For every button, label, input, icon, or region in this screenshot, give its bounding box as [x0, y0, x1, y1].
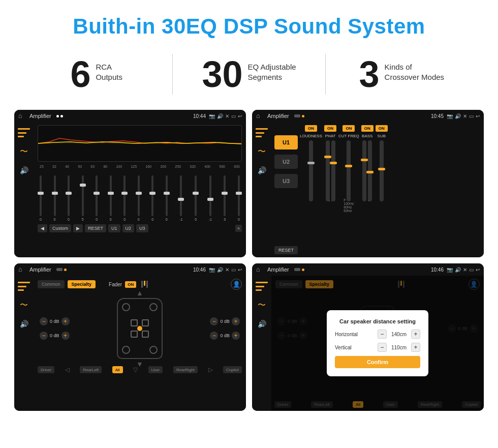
- fader-profile-icon[interactable]: 👤: [231, 279, 242, 290]
- fader-wave-icon[interactable]: 〜: [20, 300, 28, 311]
- eq-slider-11[interactable]: -1: [179, 170, 182, 221]
- eq-custom-btn[interactable]: Custom: [49, 224, 71, 232]
- amp-wave-icon[interactable]: 〜: [258, 146, 266, 157]
- db-plus-right-bottom[interactable]: +: [232, 332, 240, 340]
- fader-copilot-btn[interactable]: Copilot: [223, 366, 242, 373]
- dialog-vertical-minus[interactable]: −: [378, 343, 387, 352]
- eq-play-btn[interactable]: ▶: [73, 224, 83, 232]
- amp-phat-slider-g[interactable]: [326, 140, 330, 201]
- stat-number-eq: 30: [202, 56, 242, 93]
- db-minus-right-bottom[interactable]: −: [210, 332, 218, 340]
- db-minus-left-top[interactable]: −: [40, 317, 48, 325]
- eq-slider-4[interactable]: 5: [82, 170, 84, 221]
- db-minus-right-top[interactable]: −: [210, 317, 218, 325]
- home-icon[interactable]: ⌂: [18, 112, 26, 120]
- eq-slider-15[interactable]: 0: [238, 170, 240, 221]
- amp-u3-btn[interactable]: U3: [274, 174, 298, 188]
- amp-cutfreq-slider[interactable]: [347, 140, 351, 201]
- fader-close-icon[interactable]: ✕: [225, 267, 229, 273]
- amp-camera-icon: 📷: [447, 113, 453, 119]
- fader-home-icon[interactable]: ⌂: [18, 265, 26, 274]
- eq-u3-btn[interactable]: U3: [136, 224, 148, 232]
- amp-phat-slider-f[interactable]: [331, 140, 335, 201]
- eq-prev-btn[interactable]: ◀: [38, 224, 47, 232]
- amp-bass-slider-f[interactable]: [362, 140, 366, 201]
- amp-bass-slider-g[interactable]: [368, 140, 372, 201]
- db-plus-right-top[interactable]: +: [232, 317, 240, 325]
- dialog-main-content: Common Specialty 👤 −: [271, 276, 484, 411]
- fader-rearleft-btn[interactable]: RearLeft: [80, 366, 102, 373]
- amp-loudness-slider[interactable]: [309, 140, 313, 201]
- eq-reset-btn[interactable]: RESET: [85, 224, 106, 232]
- amp-cutfreq-toggle[interactable]: ON: [343, 125, 355, 132]
- amp-sub-toggle[interactable]: ON: [376, 125, 388, 132]
- seat-rl: [131, 331, 138, 338]
- eq-slider-6[interactable]: 0: [110, 170, 112, 221]
- dialog-wave-icon[interactable]: 〜: [258, 300, 266, 311]
- fader-filter-icon[interactable]: [18, 282, 30, 291]
- stat-eq: 30 EQ Adjustable Segments: [183, 56, 315, 93]
- fader-user-btn[interactable]: User: [148, 366, 163, 373]
- amp-back-icon[interactable]: ↩: [476, 113, 480, 119]
- amp-phat-toggle[interactable]: ON: [324, 125, 336, 132]
- car-down-arrow[interactable]: ▼: [136, 360, 143, 368]
- eq-forward-btn[interactable]: »: [235, 225, 242, 232]
- dialog-topbar-icons: 📷 🔊 ✕ ▭ ↩: [447, 267, 480, 273]
- amp-speaker-icon[interactable]: 🔊: [258, 166, 266, 174]
- fader-speaker-icon[interactable]: 🔊: [20, 320, 28, 328]
- fader-driver-btn[interactable]: Driver: [38, 366, 54, 373]
- amp-reset-btn[interactable]: RESET: [274, 246, 298, 254]
- eq-wave-icon[interactable]: 〜: [20, 146, 28, 157]
- amp-home-icon[interactable]: ⌂: [256, 112, 264, 120]
- stat-crossover: 3 Kinds of Crossover Modes: [336, 56, 468, 93]
- eq-u2-btn[interactable]: U2: [122, 224, 135, 232]
- eq-speaker-icon[interactable]: 🔊: [20, 166, 28, 174]
- dialog-horizontal-minus[interactable]: −: [378, 330, 387, 339]
- fader-back-icon[interactable]: ↩: [238, 267, 242, 273]
- fader-rearright-btn[interactable]: RearRight: [173, 366, 198, 373]
- amp-close-icon[interactable]: ✕: [463, 113, 467, 119]
- eq-slider-8[interactable]: 0: [138, 170, 140, 221]
- eq-filter-icon[interactable]: [18, 128, 30, 137]
- eq-slider-7[interactable]: 0: [123, 170, 126, 221]
- dialog-back-icon[interactable]: ↩: [476, 267, 480, 273]
- fader-common-tab[interactable]: Common: [38, 280, 65, 288]
- eq-sidebar: 〜 🔊: [14, 122, 34, 257]
- eq-status-dots: [56, 115, 63, 117]
- eq-slider-3[interactable]: 0: [68, 170, 70, 221]
- eq-slider-14[interactable]: 0: [224, 170, 226, 221]
- amp-bass-toggle[interactable]: ON: [361, 125, 374, 132]
- amp-filter-icon[interactable]: [256, 128, 268, 137]
- eq-slider-9[interactable]: 0: [151, 170, 153, 221]
- amp-sub-slider[interactable]: [380, 140, 384, 201]
- eq-slider-10[interactable]: 0: [166, 170, 168, 221]
- eq-slider-12[interactable]: 0: [195, 170, 197, 221]
- dialog-speaker-icon[interactable]: 🔊: [258, 320, 266, 328]
- dialog-filter-icon[interactable]: [256, 282, 268, 291]
- dialog-horizontal-plus[interactable]: +: [411, 330, 420, 339]
- eq-screen-title: Amplifier: [29, 113, 51, 119]
- dialog-vertical-plus[interactable]: +: [411, 343, 420, 352]
- dialog-close-icon[interactable]: ✕: [463, 267, 467, 273]
- dialog-horizontal-label: Horizontal: [335, 332, 358, 337]
- fader-toggle-btn[interactable]: ON: [125, 281, 136, 288]
- eq-u1-btn[interactable]: U1: [108, 224, 120, 232]
- db-plus-left-top[interactable]: +: [61, 317, 70, 325]
- amp-u1-btn[interactable]: U1: [274, 135, 298, 150]
- fader-specialty-tab[interactable]: Specialty: [68, 280, 96, 288]
- speaker-rr: [149, 346, 158, 354]
- eq-slider-13[interactable]: -1: [209, 170, 212, 221]
- car-up-arrow[interactable]: ▲: [136, 289, 143, 297]
- amp-u2-btn[interactable]: U2: [274, 155, 298, 169]
- dialog-home-icon[interactable]: ⌂: [256, 265, 264, 274]
- eq-slider-2[interactable]: 0: [54, 170, 56, 221]
- amp-loudness-toggle[interactable]: ON: [305, 125, 317, 132]
- close-icon[interactable]: ✕: [225, 113, 229, 119]
- eq-slider-1[interactable]: 0: [40, 170, 42, 221]
- fader-all-btn[interactable]: All: [112, 366, 123, 373]
- confirm-button[interactable]: Confirm: [335, 356, 420, 368]
- back-icon[interactable]: ↩: [238, 113, 242, 119]
- db-minus-left-bottom[interactable]: −: [40, 332, 48, 340]
- eq-slider-5[interactable]: 0: [96, 170, 98, 221]
- db-plus-left-bottom[interactable]: +: [61, 332, 70, 340]
